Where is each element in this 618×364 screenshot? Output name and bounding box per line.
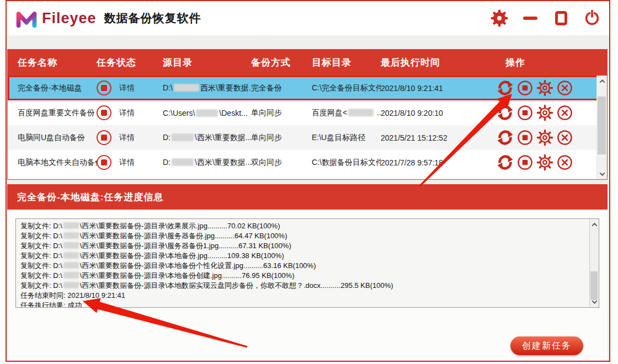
stop-status-icon <box>97 130 111 145</box>
log-scrollbar[interactable] <box>589 219 599 307</box>
backup-mode-cell: 单向同步 <box>251 108 312 118</box>
source-dir-cell: D:\西米\重要数据... <box>163 158 251 168</box>
delete-icon[interactable] <box>556 154 573 171</box>
log-line: 复制文件: D:\\西米\重要数据备份-源目录\效果展示.jpg........… <box>20 221 584 231</box>
redacted-blur <box>63 242 79 249</box>
row-actions-cell <box>497 79 607 97</box>
task-log-box: 复制文件: D:\\西米\重要数据备份-源目录\效果展示.jpg........… <box>15 218 599 308</box>
stop-status-icon <box>97 81 111 95</box>
row-actions-cell <box>497 154 607 171</box>
sync-icon[interactable] <box>497 154 514 171</box>
last-run-time-cell: 2021/8/10 9:20:10 <box>381 109 497 117</box>
progress-panel-header: 完全备份-本地磁盘:任务进度信息 <box>7 184 608 210</box>
backup-mode-cell: 单向同步 <box>251 133 312 143</box>
task-row[interactable]: 电脑同U盘自动备份详情D:\西米\重要数据...单向同步E:\U盘目标路径202… <box>8 125 607 150</box>
delete-icon[interactable] <box>556 129 573 146</box>
task-name-cell: 电脑同U盘自动备份 <box>18 133 97 143</box>
column-header-5: 目标目录 <box>312 56 381 69</box>
task-table: 任务名称任务状态源目录备份方式目标目录最后执行时间操作 完全备份-本地磁盘详情D… <box>7 49 608 180</box>
stop-status-icon <box>97 105 111 120</box>
stop-icon[interactable] <box>516 154 534 171</box>
progress-panel-title: 完全备份-本地磁盘:任务进度信息 <box>17 191 163 204</box>
log-line: 任务执行结果: 成功 <box>20 301 584 308</box>
log-line: 复制文件: D:\\西米\重要数据备份-源目录\服务器备份1.jpg......… <box>20 241 584 251</box>
redacted-blur <box>63 282 79 288</box>
progress-panel-body: 复制文件: D:\\西米\重要数据备份-源目录\效果展示.jpg........… <box>7 210 608 361</box>
task-log-lines: 复制文件: D:\\西米\重要数据备份-源目录\效果展示.jpg........… <box>20 221 584 308</box>
table-scrollbar[interactable] <box>596 76 607 179</box>
window-body: 任务名称任务状态源目录备份方式目标目录最后执行时间操作 完全备份-本地磁盘详情D… <box>7 35 609 361</box>
column-header-1: 任务名称 <box>18 56 97 69</box>
settings-gear-icon[interactable] <box>490 8 509 28</box>
redacted-blur <box>172 133 194 141</box>
redacted-blur <box>63 262 79 269</box>
sync-icon[interactable] <box>497 129 514 146</box>
column-header-7: 操作 <box>497 56 607 69</box>
last-run-time-cell: 2021/7/28 9:57:18 <box>381 158 497 167</box>
redacted-blur <box>63 232 79 239</box>
scroll-up-icon[interactable] <box>597 77 607 85</box>
detail-link[interactable]: 详情 <box>119 83 135 93</box>
fileyee-logo-icon <box>15 8 38 28</box>
settings-icon[interactable] <box>536 129 553 146</box>
sync-icon[interactable] <box>497 104 514 121</box>
task-row[interactable]: 完全备份-本地磁盘详情D:\西米\重要数据...完全备份C:\完全备份目标文件夹… <box>8 76 607 100</box>
power-close-icon[interactable] <box>583 8 601 28</box>
redacted-blur <box>196 109 218 117</box>
column-header-2: 任务状态 <box>97 56 163 69</box>
sync-icon[interactable] <box>497 79 514 97</box>
settings-icon[interactable] <box>536 104 553 121</box>
stop-icon[interactable] <box>516 129 534 146</box>
app-title: 数据备份恢复软件 <box>104 10 201 26</box>
delete-icon[interactable] <box>556 79 573 97</box>
task-row[interactable]: 百度网盘重要文件备份详情C:\Users\\Deskt...单向同步百度网盘< … <box>8 100 607 125</box>
brand-name: Fileyee <box>42 10 97 27</box>
last-run-time-cell: 2021/5/21 15:12:52 <box>381 133 497 142</box>
task-status-cell: 详情 <box>97 81 163 95</box>
delete-icon[interactable] <box>556 104 573 121</box>
task-row[interactable]: 电脑本地文件夹自动备份详情D:\西米\重要数据...双向同步C:\数据备份目标文… <box>8 150 607 175</box>
minimize-icon[interactable] <box>521 8 540 28</box>
row-actions-cell <box>497 104 607 121</box>
detail-link[interactable]: 详情 <box>119 158 135 168</box>
redacted-blur <box>172 158 194 166</box>
target-dir-cell: E:\U盘目标路径 <box>312 133 381 143</box>
table-header-row: 任务名称任务状态源目录备份方式目标目录最后执行时间操作 <box>8 50 607 76</box>
backup-mode-cell: 双向同步 <box>251 158 312 168</box>
table-scrollbar-thumb[interactable] <box>598 97 606 154</box>
task-name-cell: 完全备份-本地磁盘 <box>18 83 97 93</box>
log-scroll-up-icon[interactable] <box>590 220 599 229</box>
settings-icon[interactable] <box>536 154 553 171</box>
stop-icon[interactable] <box>516 104 534 121</box>
stop-icon[interactable] <box>516 79 534 97</box>
source-dir-cell: C:\Users\\Deskt... <box>163 109 251 117</box>
redacted-blur <box>174 84 199 92</box>
source-dir-cell: D:\西米\重要数据... <box>163 133 251 143</box>
target-dir-cell: C:\数据备份目标文件夹 <box>312 158 381 168</box>
settings-icon[interactable] <box>536 79 553 97</box>
log-line: 复制文件: D:\\西米\重要数据备份-源目录\本地数据实现云盘同步备份，你敢不… <box>20 281 584 291</box>
task-name-cell: 电脑本地文件夹自动备份 <box>18 158 97 168</box>
backup-mode-cell: 完全备份 <box>251 83 312 93</box>
target-dir-cell: C:\完全备份目标文件夹 <box>312 83 381 93</box>
column-header-4: 备份方式 <box>251 56 312 69</box>
detail-link[interactable]: 详情 <box>119 108 135 118</box>
detail-link[interactable]: 详情 <box>119 133 135 143</box>
target-dir-cell: 百度网盘< ... <box>312 108 381 118</box>
fileyee-app-window: Fileyee 数据备份恢复软件 <box>0 0 618 364</box>
stop-status-icon <box>97 155 111 170</box>
row-actions-cell <box>497 129 607 146</box>
maximize-icon[interactable] <box>552 8 571 28</box>
log-scrollbar-thumb[interactable] <box>590 271 598 300</box>
table-body: 完全备份-本地磁盘详情D:\西米\重要数据...完全备份C:\完全备份目标文件夹… <box>8 76 607 175</box>
log-line: 复制文件: D:\\西米\重要数据备份-源目录\本地备份.jpg........… <box>20 251 584 261</box>
column-header-6: 最后执行时间 <box>381 56 497 69</box>
last-run-time-cell: 2021/8/10 9:21:41 <box>381 84 497 93</box>
scroll-down-icon[interactable] <box>597 169 607 178</box>
create-new-task-button[interactable]: 创建新任务 <box>510 336 583 355</box>
column-header-3: 源目录 <box>163 56 251 69</box>
redacted-blur <box>63 222 79 229</box>
log-scroll-down-icon[interactable] <box>590 297 599 306</box>
task-name-cell: 百度网盘重要文件备份 <box>18 108 97 118</box>
log-line: 复制文件: D:\\西米\重要数据备份-源目录\服务器备份.jpg.......… <box>20 231 584 241</box>
